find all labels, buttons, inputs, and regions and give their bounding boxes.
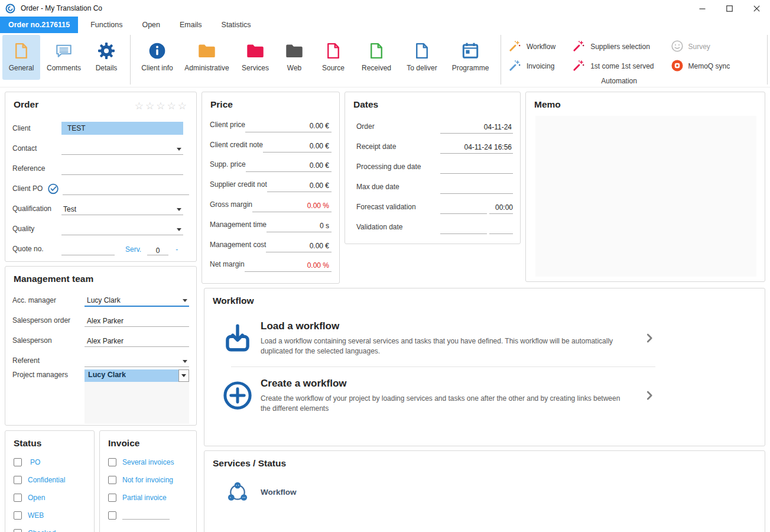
document-icon — [368, 40, 385, 62]
referent-select[interactable] — [85, 355, 189, 367]
automation-memoq-sync[interactable]: MemoQ sync — [671, 57, 730, 75]
memo-textarea[interactable] — [535, 116, 756, 277]
client-field[interactable]: TEST — [61, 122, 183, 135]
automation-workflow[interactable]: Workflow — [508, 38, 555, 56]
forecast-validation-time-field[interactable]: 00:00 — [489, 203, 513, 214]
chevron-down-icon — [177, 208, 181, 211]
web-checkbox[interactable] — [14, 511, 22, 520]
chevron-right-icon[interactable] — [643, 332, 656, 345]
forecast-validation-date-field[interactable] — [440, 203, 487, 214]
serv-dash-link[interactable]: - — [176, 245, 178, 255]
management-time-field[interactable]: 0 s — [267, 222, 332, 232]
memo-panel: Memo — [525, 92, 765, 282]
not-for-invoicing-checkbox[interactable] — [108, 476, 116, 484]
invoice-partial-row: Partial invoice — [108, 489, 189, 507]
project-managers-list-area[interactable] — [85, 382, 189, 424]
quality-select[interactable] — [61, 223, 183, 235]
toolbar-button-received[interactable]: Received — [354, 35, 399, 80]
toolbar: General Comments Details Client info — [0, 33, 770, 87]
confidential-label[interactable]: Confidential — [28, 476, 65, 484]
qualification-select[interactable]: Test — [61, 203, 183, 215]
contact-select[interactable] — [61, 143, 183, 155]
not-for-invoicing-label[interactable]: Not for invoicing — [122, 476, 173, 484]
toolbar-button-to-deliver[interactable]: To deliver — [399, 35, 445, 80]
salesperson-field[interactable]: Alex Parker — [85, 335, 189, 347]
max-due-date-field[interactable] — [440, 192, 513, 194]
open-label[interactable]: Open — [28, 494, 45, 502]
acc-manager-select[interactable]: Lucy Clark — [85, 295, 189, 307]
workflow-network-icon — [221, 481, 254, 503]
serv-link[interactable]: Serv. — [125, 245, 141, 255]
acc-manager-label: Acc. manager — [12, 296, 85, 307]
create-workflow-heading: Create a workflow — [261, 378, 630, 390]
minimize-button[interactable] — [688, 0, 716, 17]
toolbar-button-comments[interactable]: Comments — [40, 35, 87, 80]
project-managers-listbox[interactable]: Lucy Clark — [85, 369, 189, 424]
menu-emails[interactable]: Emails — [173, 17, 209, 33]
confidential-checkbox[interactable] — [14, 476, 22, 484]
client-po-field[interactable] — [63, 183, 189, 195]
receipt-date-field[interactable]: 04-11-24 16:56 — [440, 143, 513, 154]
toolbar-button-services[interactable]: Services — [235, 35, 276, 80]
supplier-credit-note-field[interactable]: 0.00 € — [267, 181, 332, 192]
price-row: Management time0 s — [210, 212, 332, 232]
salesperson-order-field[interactable]: Alex Parker — [85, 315, 189, 327]
web-label[interactable]: WEB — [28, 511, 44, 520]
checked-label[interactable]: Checked — [28, 529, 56, 532]
client-price-field[interactable]: 0.00 € — [245, 122, 332, 132]
custom-invoice-field[interactable] — [122, 511, 170, 520]
validation-date-field[interactable] — [440, 223, 487, 234]
toolbar-button-details[interactable]: Details — [87, 35, 125, 80]
several-invoices-label[interactable]: Several invoices — [122, 458, 174, 466]
po-checkbox[interactable] — [14, 458, 22, 466]
automation-survey[interactable]: Survey — [671, 38, 730, 56]
project-manager-selected-item[interactable]: Lucy Clark — [85, 369, 178, 382]
star-rating[interactable]: ☆☆☆☆☆ — [135, 100, 189, 112]
serv-count-field[interactable]: 0 — [147, 245, 168, 255]
invoice-custom-row — [108, 507, 189, 524]
processing-due-date-field[interactable] — [440, 171, 513, 174]
automation-first-come-first-served[interactable]: 1st come 1st served — [572, 57, 654, 75]
create-workflow-option[interactable]: Create a workflow Create the workflow of… — [204, 367, 765, 424]
menu-statistics[interactable]: Statistics — [215, 17, 258, 33]
management-team-panel: Management team Acc. manager Lucy Clark … — [5, 266, 197, 426]
toolbar-button-client-info[interactable]: Client info — [135, 35, 179, 80]
several-invoices-checkbox[interactable] — [108, 458, 116, 466]
application-window: Order - My Translation Co Order no.21761… — [0, 0, 770, 532]
toolbar-button-web[interactable]: Web — [276, 35, 313, 80]
status-panel-title: Status — [5, 431, 94, 449]
date-row: Processing due date — [356, 154, 513, 174]
management-cost-field[interactable]: 0.00 € — [266, 242, 332, 252]
chevron-right-icon[interactable] — [643, 389, 656, 402]
client-credit-note-field[interactable]: 0.00 € — [263, 142, 332, 153]
price-row: Net margin0.00 % — [210, 252, 332, 273]
menu-functions[interactable]: Functions — [83, 17, 129, 33]
open-checkbox[interactable] — [14, 494, 22, 502]
reference-field[interactable] — [61, 163, 183, 175]
supplier-price-field[interactable]: 0.00 € — [246, 161, 332, 172]
partial-invoice-label[interactable]: Partial invoice — [122, 494, 167, 502]
po-label[interactable]: PO — [30, 458, 40, 466]
checked-checkbox[interactable] — [14, 529, 22, 532]
toolbar-button-administrative[interactable]: Administrative — [179, 35, 235, 80]
automation-suppliers-selection[interactable]: Suppliers selection — [572, 38, 654, 56]
menu-open[interactable]: Open — [135, 17, 167, 33]
tab-order-number[interactable]: Order no.2176115 — [0, 17, 78, 33]
toolbar-button-general[interactable]: General — [2, 35, 40, 80]
maximize-button[interactable] — [716, 0, 743, 17]
invoice-several-row: Several invoices — [108, 453, 189, 471]
listbox-dropdown-button[interactable] — [178, 369, 189, 382]
close-button[interactable] — [743, 0, 770, 17]
custom-invoice-checkbox[interactable] — [108, 511, 116, 520]
order-date-field[interactable]: 04-11-24 — [440, 123, 513, 134]
load-workflow-option[interactable]: Load a workflow Load a workflow containi… — [204, 310, 765, 366]
automation-invoicing[interactable]: Invoicing — [508, 57, 555, 75]
validation-time-field[interactable] — [489, 223, 513, 234]
wand-icon — [508, 39, 522, 54]
quote-no-field[interactable] — [61, 245, 115, 255]
chevron-down-icon — [181, 374, 186, 377]
toolbar-button-source[interactable]: Source — [313, 35, 354, 80]
toolbar-button-programme[interactable]: Programme — [445, 35, 496, 80]
partial-invoice-checkbox[interactable] — [108, 494, 116, 502]
services-workflow-item[interactable]: Workflow — [221, 481, 765, 503]
